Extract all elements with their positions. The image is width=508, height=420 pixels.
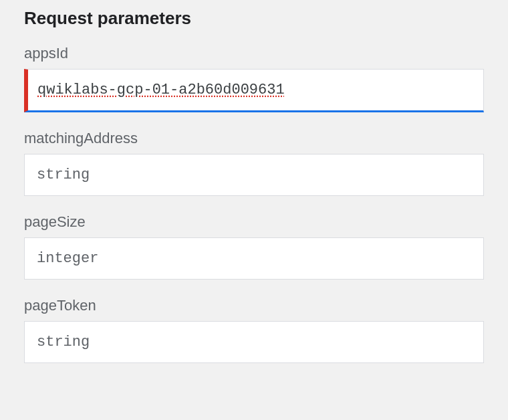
param-label-pagetoken: pageToken (24, 297, 484, 314)
section-title: Request parameters (24, 8, 484, 29)
param-group-matchingaddress: matchingAddress (24, 130, 484, 196)
param-input-pagetoken[interactable] (24, 321, 484, 363)
param-group-pagesize: pageSize (24, 213, 484, 280)
param-input-matchingaddress[interactable] (24, 154, 484, 196)
param-group-pagetoken: pageToken (24, 297, 484, 363)
param-input-pagesize[interactable] (24, 237, 484, 280)
param-input-appsid[interactable] (24, 69, 484, 112)
param-group-appsid: appsId (24, 45, 484, 112)
param-label-appsid: appsId (24, 45, 484, 62)
param-label-pagesize: pageSize (24, 213, 484, 231)
param-label-matchingaddress: matchingAddress (24, 130, 484, 147)
